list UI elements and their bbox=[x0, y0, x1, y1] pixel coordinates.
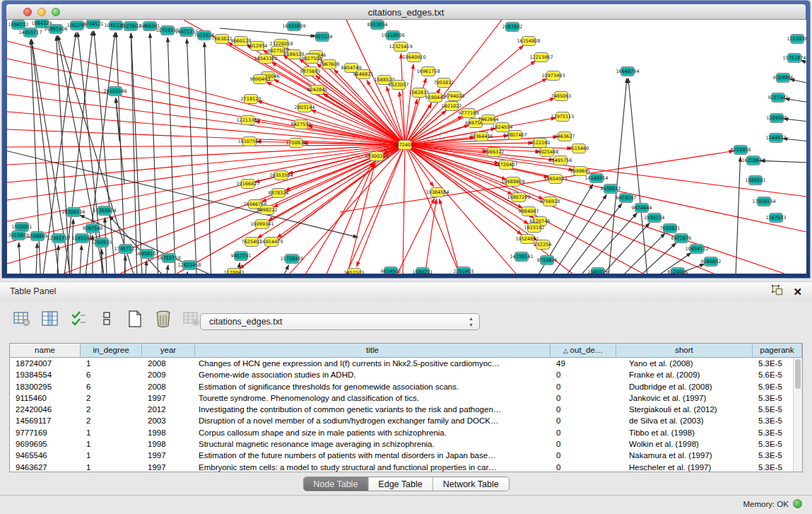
graph-node[interactable]: 9498222 bbox=[260, 205, 274, 215]
table-cell[interactable]: 5.3E-5 bbox=[753, 415, 793, 426]
table-cell[interactable]: Dudbridge et al. (2008) bbox=[616, 381, 753, 392]
graph-node[interactable]: 1562615 bbox=[412, 88, 426, 98]
graph-node[interactable]: 10688609 bbox=[506, 177, 520, 187]
table-cell[interactable]: 5.5E-5 bbox=[753, 404, 793, 415]
graph-node[interactable]: 16961758 bbox=[421, 66, 435, 76]
graph-node[interactable]: 1250515 bbox=[95, 238, 109, 247]
graph-node[interactable]: 12213363 bbox=[241, 115, 255, 125]
graph-node[interactable]: 18720407 bbox=[499, 160, 513, 170]
graph-node[interactable]: 3915901 bbox=[11, 230, 25, 240]
graph-node[interactable]: 2251403 bbox=[457, 267, 471, 274]
graph-node[interactable]: 9733426 bbox=[540, 255, 554, 265]
table-cell[interactable]: 9465546 bbox=[10, 450, 81, 461]
graph-node[interactable]: 1527602 bbox=[124, 21, 138, 31]
graph-node[interactable]: 16648784 bbox=[620, 66, 635, 76]
graph-node[interactable]: 16154808 bbox=[522, 36, 536, 46]
table-cell[interactable]: 0 bbox=[551, 438, 616, 450]
table-cell[interactable]: 2012 bbox=[142, 404, 195, 415]
table-scrollbar[interactable] bbox=[793, 358, 802, 472]
row-height-icon[interactable] bbox=[98, 310, 116, 328]
graph-node[interactable]: 1921022 bbox=[445, 101, 459, 111]
graph-node[interactable]: 7986322 bbox=[487, 147, 501, 157]
graph-node[interactable]: 9794028 bbox=[447, 91, 461, 101]
table-cell[interactable]: 2 bbox=[81, 392, 142, 404]
table-cell[interactable]: de Silva et al. (2003) bbox=[616, 415, 753, 426]
graph-node[interactable]: 6497568 bbox=[469, 118, 483, 128]
graph-node[interactable]: 7462664 bbox=[481, 115, 495, 124]
graph-node[interactable]: 20206556 bbox=[66, 207, 81, 217]
graph-node[interactable]: 8215958 bbox=[734, 145, 748, 155]
table-cell[interactable]: 1998 bbox=[142, 438, 195, 450]
graph-node[interactable]: 7615526 bbox=[197, 30, 211, 40]
table-cell[interactable]: 18724007 bbox=[10, 358, 81, 369]
graph-node[interactable]: 2935114 bbox=[647, 213, 661, 223]
graph-node[interactable]: 10973493 bbox=[546, 71, 560, 81]
table-cell[interactable]: 19384554 bbox=[10, 369, 81, 380]
column-header-out_de[interactable]: △out_de… bbox=[551, 344, 616, 357]
table-cell[interactable]: 1 bbox=[81, 438, 142, 450]
table-row[interactable]: 2242004622012Investigating the contribut… bbox=[10, 404, 793, 415]
graph-node[interactable]: 12213967 bbox=[534, 52, 548, 62]
table-cell[interactable]: 2 bbox=[81, 415, 142, 426]
table-cell[interactable]: 9777169 bbox=[10, 427, 81, 438]
graph-node[interactable]: 1451503 bbox=[347, 268, 361, 274]
graph-node[interactable]: 20153346 bbox=[108, 86, 122, 96]
graph-node[interactable]: 2087682 bbox=[505, 22, 519, 32]
tab-network-table[interactable]: Network Table bbox=[433, 477, 509, 491]
graph-node[interactable]: 7632621 bbox=[663, 223, 677, 233]
table-row[interactable]: 1830029562008Estimation of significance … bbox=[10, 381, 793, 392]
table-cell[interactable]: 5.3E-5 bbox=[753, 438, 793, 450]
table-cell[interactable]: Wolkin et al. (1998) bbox=[616, 438, 753, 450]
delete-table-icon[interactable] bbox=[154, 310, 172, 328]
graph-node[interactable]: 2803144 bbox=[298, 103, 312, 112]
graph-node[interactable]: 16543382 bbox=[259, 54, 273, 64]
table-cell[interactable]: 6 bbox=[81, 369, 142, 380]
table-cell[interactable]: 2008 bbox=[142, 381, 195, 392]
graph-node[interactable]: 9190448 bbox=[428, 93, 442, 103]
graph-node[interactable]: 6479197 bbox=[619, 193, 633, 203]
graph-node[interactable]: 19654923 bbox=[548, 174, 563, 184]
table-cell[interactable]: Changes of HCN gene expression and I(f) … bbox=[195, 358, 551, 369]
table-cell[interactable]: 9463627 bbox=[10, 462, 81, 472]
graph-node[interactable]: 7857224 bbox=[315, 32, 329, 42]
table-cell[interactable]: 0 bbox=[551, 427, 616, 438]
graph-node[interactable]: 14671355 bbox=[180, 27, 194, 37]
column-header-year[interactable]: year bbox=[142, 344, 195, 357]
table-cell[interactable]: Genome-wide association studies in ADHD. bbox=[195, 369, 551, 380]
graph-node[interactable]: 17016534 bbox=[757, 197, 771, 206]
table-cell[interactable]: 5.3E-5 bbox=[753, 427, 793, 438]
memory-status-icon[interactable] bbox=[793, 499, 802, 508]
graph-node[interactable]: 8427552 bbox=[294, 119, 308, 129]
graph-node[interactable]: 18107554 bbox=[242, 136, 257, 146]
graph-node[interactable]: 1145193 bbox=[75, 233, 89, 243]
table-row[interactable]: 1872400712008Changes of HCN gene express… bbox=[10, 358, 793, 369]
table-cell[interactable]: 49 bbox=[551, 358, 616, 369]
graph-node[interactable]: 7485063 bbox=[554, 91, 568, 101]
graph-node[interactable]: 16210643 bbox=[746, 156, 760, 165]
table-row[interactable]: 969969511998Structural magnetic resonanc… bbox=[10, 438, 793, 450]
graph-node[interactable]: 1156869 bbox=[30, 231, 45, 241]
table-cell[interactable]: 2003 bbox=[142, 415, 195, 426]
table-settings-icon[interactable] bbox=[13, 310, 31, 328]
graph-node[interactable]: 20364436 bbox=[474, 132, 488, 141]
table-cell[interactable]: 1 bbox=[81, 358, 142, 369]
graph-node[interactable]: 9474444 bbox=[635, 203, 649, 213]
tab-node-table[interactable]: Node Table bbox=[303, 477, 368, 491]
graph-node[interactable]: 8124566 bbox=[671, 267, 685, 274]
table-cell[interactable]: 1 bbox=[81, 427, 142, 438]
graph-node[interactable]: 1589291 bbox=[748, 175, 763, 185]
graph-node[interactable]: 1209388 bbox=[770, 113, 784, 123]
graph-node[interactable]: 9329966 bbox=[776, 73, 790, 83]
graph-node[interactable]: 9614502 bbox=[384, 267, 398, 274]
graph-node[interactable]: 18495756 bbox=[553, 156, 567, 165]
graph-node[interactable]: 8878334 bbox=[271, 188, 286, 198]
table-cell[interactable]: Franke et al. (2009) bbox=[616, 369, 753, 380]
graph-node[interactable]: 8186328 bbox=[287, 49, 301, 59]
graph-node[interactable]: 16099341 bbox=[255, 219, 269, 229]
graph-node[interactable]: 1884329 bbox=[35, 20, 49, 28]
table-cell[interactable]: Structural magnetic resonance image aver… bbox=[195, 438, 551, 450]
graph-node[interactable]: 15716485 bbox=[285, 254, 299, 264]
graph-node[interactable]: 9827508 bbox=[305, 54, 319, 64]
graph-node[interactable]: 6522057 bbox=[392, 80, 406, 90]
graph-node[interactable]: 16033809 bbox=[287, 21, 301, 31]
